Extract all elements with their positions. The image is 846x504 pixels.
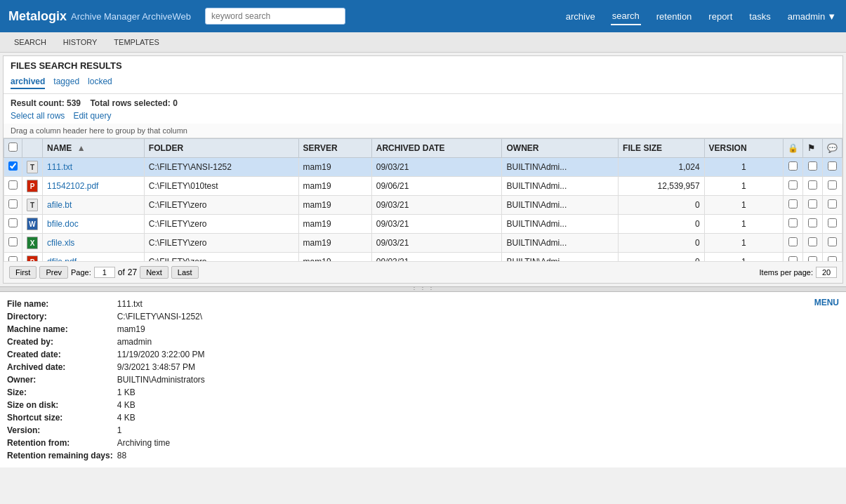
th-name[interactable]: NAME ▲ [43, 139, 145, 158]
lock-checkbox[interactable] [788, 199, 798, 208]
table-row[interactable]: P dfile.pdf C:\FILETY\zero mam19 09/03/2… [4, 253, 842, 262]
row-name[interactable]: cfile.xls [43, 234, 145, 253]
th-owner[interactable]: OWNER [502, 139, 619, 158]
detail-menu-button[interactable]: MENU [814, 298, 839, 307]
items-per-page-input[interactable] [816, 267, 837, 278]
nav-retention[interactable]: retention [655, 8, 694, 25]
row-note[interactable] [823, 215, 842, 234]
tag-checkbox[interactable] [808, 199, 817, 208]
row-checkbox-cell[interactable] [4, 177, 22, 196]
next-page-button[interactable]: Next [140, 266, 168, 279]
select-all-checkbox[interactable] [8, 142, 18, 152]
row-note[interactable] [823, 196, 842, 215]
prev-page-button[interactable]: Prev [39, 266, 68, 279]
subnav-search[interactable]: SEARCH [6, 32, 55, 52]
page-label: Page: [71, 268, 91, 277]
nav-archive[interactable]: archive [564, 8, 597, 25]
th-file-size[interactable]: FILE SIZE [619, 139, 704, 158]
row-checkbox[interactable] [8, 199, 18, 208]
detail-field-value: C:\FILETY\ANSI-1252\ [117, 310, 209, 323]
row-checkbox[interactable] [8, 161, 18, 171]
lock-checkbox[interactable] [788, 256, 798, 261]
row-lock[interactable] [784, 177, 803, 196]
row-name[interactable]: bfile.doc [43, 215, 145, 234]
row-checkbox[interactable] [8, 218, 18, 227]
row-note[interactable] [823, 158, 842, 177]
page-input[interactable] [94, 267, 115, 278]
row-lock[interactable] [784, 158, 803, 177]
row-name[interactable]: 111.txt [43, 158, 145, 177]
table-row[interactable]: T 111.txt C:\FILETY\ANSI-1252 mam19 09/0… [4, 158, 842, 177]
tag-checkbox[interactable] [808, 218, 817, 227]
tag-checkbox[interactable] [808, 237, 817, 246]
detail-row: Version: 1 [7, 424, 209, 437]
note-checkbox[interactable] [828, 199, 837, 208]
row-lock[interactable] [784, 196, 803, 215]
note-checkbox[interactable] [828, 161, 837, 171]
note-checkbox[interactable] [828, 256, 837, 261]
lock-checkbox[interactable] [788, 180, 798, 190]
tab-tagged[interactable]: tagged [53, 75, 79, 89]
row-checkbox-cell[interactable] [4, 234, 22, 253]
row-name[interactable]: 11542102.pdf [43, 177, 145, 196]
row-checkbox[interactable] [8, 237, 18, 246]
row-tag[interactable] [803, 177, 823, 196]
row-tag[interactable] [803, 234, 823, 253]
th-folder[interactable]: FOLDER [144, 139, 298, 158]
edit-query-link[interactable]: Edit query [73, 111, 111, 121]
subnav-history[interactable]: HISTORY [55, 32, 106, 52]
row-checkbox-cell[interactable] [4, 253, 22, 262]
row-checkbox-cell[interactable] [4, 158, 22, 177]
tag-checkbox[interactable] [808, 161, 817, 171]
file-type-icon: T [27, 161, 38, 173]
keyword-search-input[interactable] [205, 8, 345, 25]
row-tag[interactable] [803, 215, 823, 234]
last-page-button[interactable]: Last [171, 266, 199, 279]
row-tag[interactable] [803, 158, 823, 177]
row-checkbox-cell[interactable] [4, 215, 22, 234]
select-all-rows-link[interactable]: Select all rows [11, 111, 65, 121]
row-version: 1 [704, 158, 783, 177]
row-note[interactable] [823, 253, 842, 262]
subnav-templates[interactable]: TEMPLATES [105, 32, 168, 52]
row-checkbox-cell[interactable] [4, 196, 22, 215]
th-archived-date[interactable]: ARCHIVED DATE [371, 139, 502, 158]
nav-tasks[interactable]: tasks [748, 8, 772, 25]
table-row[interactable]: T afile.bt C:\FILETY\zero mam19 09/03/21… [4, 196, 842, 215]
nav-amadmin[interactable]: amadmin ▼ [786, 8, 838, 25]
row-lock[interactable] [784, 234, 803, 253]
table-row[interactable]: X cfile.xls C:\FILETY\zero mam19 09/03/2… [4, 234, 842, 253]
table-row[interactable]: P 11542102.pdf C:\FILETY\010test mam19 0… [4, 177, 842, 196]
th-select-all[interactable] [4, 139, 22, 158]
row-tag[interactable] [803, 196, 823, 215]
row-name[interactable]: afile.bt [43, 196, 145, 215]
row-checkbox[interactable] [8, 256, 18, 261]
row-note[interactable] [823, 177, 842, 196]
nav-report[interactable]: report [707, 8, 734, 25]
row-lock[interactable] [784, 215, 803, 234]
th-lock: 🔒 [784, 139, 803, 158]
lock-checkbox[interactable] [788, 161, 798, 171]
row-note[interactable] [823, 234, 842, 253]
lock-checkbox[interactable] [788, 218, 798, 227]
note-checkbox[interactable] [828, 180, 837, 190]
panel-divider[interactable]: ⋮⋮⋮ [0, 286, 846, 292]
row-checkbox[interactable] [8, 180, 18, 190]
row-lock[interactable] [784, 253, 803, 262]
tab-archived[interactable]: archived [11, 75, 45, 89]
tag-checkbox[interactable] [808, 180, 817, 190]
row-archived-date: 09/03/21 [371, 253, 502, 262]
lock-checkbox[interactable] [788, 237, 798, 246]
note-checkbox[interactable] [828, 237, 837, 246]
tab-locked[interactable]: locked [88, 75, 112, 89]
tag-checkbox[interactable] [808, 256, 817, 261]
row-folder: C:\FILETY\ANSI-1252 [144, 158, 298, 177]
note-checkbox[interactable] [828, 218, 837, 227]
th-server[interactable]: SERVER [298, 139, 371, 158]
row-name[interactable]: dfile.pdf [43, 253, 145, 262]
nav-search[interactable]: search [611, 8, 641, 25]
first-page-button[interactable]: First [9, 266, 37, 279]
th-version[interactable]: VERSION [704, 139, 783, 158]
row-tag[interactable] [803, 253, 823, 262]
table-row[interactable]: W bfile.doc C:\FILETY\zero mam19 09/03/2… [4, 215, 842, 234]
